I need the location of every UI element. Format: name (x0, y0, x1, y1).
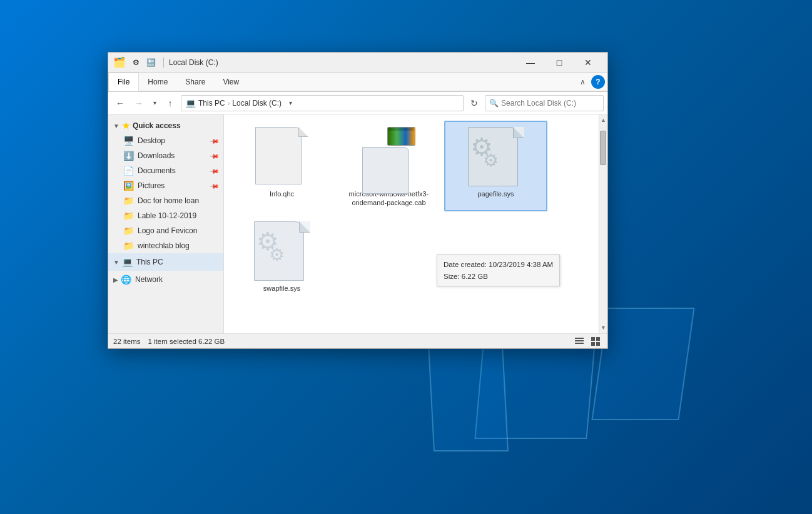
this-pc-label: This PC (136, 258, 163, 266)
sidebar-item-pictures[interactable]: 🖼️ Pictures 📌 (108, 178, 223, 193)
nav-forward-btn[interactable]: → (131, 95, 147, 111)
status-bar: 22 items 1 item selected 6.22 GB (108, 333, 607, 348)
sidebar-item-downloads[interactable]: ⬇️ Downloads 📌 (108, 148, 223, 163)
ribbon-tab-bar: File Home Share View ∧ ? (108, 73, 607, 91)
address-bar: ← → ▾ ↑ 💻 This PC › Local Disk (C:) ▾ ↻ … (108, 92, 607, 114)
cab-icon-area (345, 127, 433, 189)
documents-pin-icon: 📌 (210, 166, 220, 176)
file-area: Info.qhc microsoft-windows-netfx3-ondem (224, 114, 607, 333)
nav-back-btn[interactable]: ← (112, 95, 128, 111)
window-controls: — □ ✕ (516, 53, 602, 73)
ribbon: File Home Share View ∧ ? (108, 73, 607, 92)
swapfile-icon-area: ⚙ ⚙ (238, 221, 326, 284)
sidebar-logo-label: Logo and Fevicon (138, 226, 218, 235)
this-pc-icon: 💻 (122, 257, 133, 267)
tab-home[interactable]: Home (139, 73, 176, 91)
qat-undo-btn[interactable]: 🔙 (145, 56, 157, 69)
sidebar-item-desktop[interactable]: 🖥️ Desktop 📌 (108, 133, 223, 148)
quick-access-toolbar: ⚙ 🔙 (129, 56, 157, 69)
this-pc-chevron: ▼ (113, 259, 119, 266)
status-item-count: 22 items (113, 338, 140, 345)
desktop-pin-icon: 📌 (210, 136, 220, 146)
svg-rect-5 (591, 342, 595, 346)
details-view-icon (575, 337, 584, 346)
path-sep-1: › (228, 99, 230, 107)
file-item-pagefile[interactable]: ⚙ ⚙ pagefile.sys (444, 121, 547, 211)
pagefile-label: pagefile.sys (477, 189, 514, 198)
file-tooltip: Date created: 10/23/2019 4:38 AM Size: 6… (437, 254, 560, 286)
documents-icon: 📄 (123, 166, 134, 176)
swapfile-label: swapfile.sys (263, 284, 300, 293)
ribbon-right-controls: ∧ ? (576, 75, 607, 89)
scrollbar[interactable]: ▲ ▼ (599, 114, 607, 333)
sidebar-item-lable[interactable]: 📁 Lable 10-12-2019 (108, 208, 223, 223)
status-bar-right (572, 336, 602, 347)
title-separator (163, 58, 164, 68)
scroll-thumb[interactable] (600, 131, 606, 165)
path-dropdown-btn[interactable]: ▾ (284, 95, 297, 111)
sidebar-documents-label: Documents (138, 166, 211, 175)
view-large-btn[interactable] (589, 336, 602, 347)
folder-icon: 🗂️ (113, 56, 126, 68)
pictures-icon: 🖼️ (123, 181, 134, 191)
quick-access-chevron: ▼ (113, 123, 119, 129)
sidebar: ▼ ★ Quick access 🖥️ Desktop 📌 ⬇️ Downloa… (108, 114, 224, 333)
scroll-track (599, 126, 607, 322)
info-qhc-label: Info.qhc (270, 189, 294, 198)
tooltip-date: Date created: 10/23/2019 4:38 AM (444, 259, 553, 270)
svg-rect-6 (596, 342, 600, 346)
network-label: Network (135, 275, 163, 284)
scroll-down-btn[interactable]: ▼ (599, 322, 607, 333)
svg-rect-3 (591, 337, 595, 341)
quick-access-header[interactable]: ▼ ★ Quick access (108, 118, 223, 133)
sidebar-wintechlab-label: wintechlab blog (138, 241, 218, 250)
sidebar-lable-label: Lable 10-12-2019 (138, 211, 218, 220)
svg-rect-1 (575, 340, 584, 341)
maximize-button[interactable]: □ (545, 53, 574, 73)
view-details-btn[interactable] (572, 336, 586, 347)
address-path[interactable]: 💻 This PC › Local Disk (C:) ▾ (181, 95, 464, 111)
close-button[interactable]: ✕ (574, 53, 602, 73)
title-bar: 🗂️ ⚙ 🔙 Local Disk (C:) — □ ✕ (108, 53, 607, 73)
ribbon-expand-btn[interactable]: ∧ (576, 76, 589, 88)
sidebar-downloads-label: Downloads (138, 151, 211, 160)
nav-up-btn[interactable]: ↑ (162, 95, 178, 111)
sidebar-this-pc[interactable]: ▼ 💻 This PC (108, 253, 223, 271)
file-item-swapfile[interactable]: ⚙ ⚙ swapfile.sys (230, 215, 333, 306)
qat-properties-btn[interactable]: ⚙ (129, 56, 142, 69)
tab-file[interactable]: File (108, 73, 139, 91)
logo-icon: 📁 (123, 226, 134, 236)
sidebar-item-documents[interactable]: 📄 Documents 📌 (108, 163, 223, 178)
network-chevron: ▶ (113, 276, 118, 283)
file-item-cab[interactable]: microsoft-windows-netfx3-ondemand-packag… (337, 121, 440, 211)
info-qhc-icon-area (238, 127, 326, 189)
search-icon: 🔍 (489, 99, 499, 108)
refresh-btn[interactable]: ↻ (466, 95, 482, 111)
window-title: Local Disk (C:) (166, 58, 516, 67)
minimize-button[interactable]: — (516, 53, 545, 73)
sidebar-desktop-label: Desktop (138, 136, 211, 145)
search-box: 🔍 (485, 95, 604, 111)
sidebar-item-doc-home-loan[interactable]: 📁 Doc for home loan (108, 193, 223, 208)
pagefile-icon-area: ⚙ ⚙ (452, 127, 540, 189)
scroll-up-btn[interactable]: ▲ (599, 114, 607, 126)
sidebar-item-logo[interactable]: 📁 Logo and Fevicon (108, 223, 223, 238)
title-bar-icon: 🗂️ (113, 56, 126, 68)
path-localdisk: Local Disk (C:) (232, 99, 282, 108)
sidebar-doc-home-loan-label: Doc for home loan (138, 196, 218, 205)
file-item-info-qhc[interactable]: Info.qhc (230, 121, 333, 211)
doc-home-loan-icon: 📁 (123, 196, 134, 206)
sidebar-network[interactable]: ▶ 🌐 Network (108, 271, 223, 288)
explorer-window: 🗂️ ⚙ 🔙 Local Disk (C:) — □ ✕ File Home S… (108, 52, 608, 349)
path-pc-icon: 💻 (185, 98, 196, 108)
search-input[interactable] (501, 99, 599, 108)
sidebar-item-wintechlab[interactable]: 📁 wintechlab blog (108, 238, 223, 253)
nav-history-dropdown[interactable]: ▾ (150, 95, 160, 111)
tooltip-size: Size: 6.22 GB (444, 271, 553, 282)
tab-view[interactable]: View (214, 73, 248, 91)
tab-share[interactable]: Share (176, 73, 214, 91)
ribbon-help-btn[interactable]: ? (591, 75, 605, 89)
svg-rect-4 (596, 337, 600, 341)
main-area: ▼ ★ Quick access 🖥️ Desktop 📌 ⬇️ Downloa… (108, 114, 607, 333)
wintechlab-icon: 📁 (123, 241, 134, 251)
